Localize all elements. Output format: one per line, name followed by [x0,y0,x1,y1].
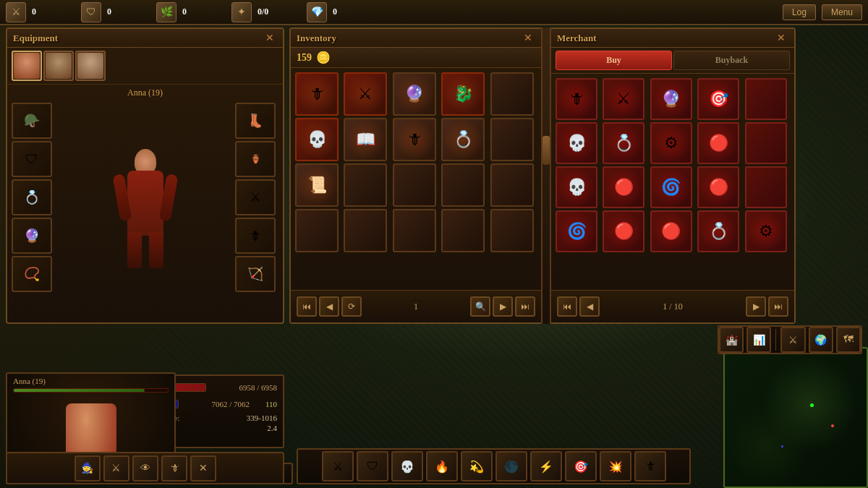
inv-slot-0[interactable]: 🗡 [295,72,339,116]
skill-slot-7[interactable]: 🎯 [565,451,597,481]
merch-slot-17[interactable]: 🔴 [650,210,692,252]
merch-slot-6[interactable]: 💍 [603,122,644,164]
merch-slot-15[interactable]: 🌀 [556,210,597,252]
inv-slot-1[interactable]: ⚔ [344,72,387,116]
merchant-title: Merchant [557,33,597,44]
action-close-btn[interactable]: ✕ [190,455,216,481]
merch-slot-2[interactable]: 🔮 [650,78,692,120]
skill-slot-9[interactable]: 🗡 [634,451,666,481]
action-mage-btn[interactable]: 🧙 [75,455,101,481]
merch-slot-11[interactable]: 🔴 [603,166,644,208]
leaf-icon: 🌿 [156,2,176,22]
log-button[interactable]: Log [783,4,816,20]
merch-slot-19[interactable]: ⚙ [745,210,787,252]
head-slot[interactable]: 🪖 [12,103,52,139]
cloak-slot[interactable]: 🏺 [235,141,276,177]
inv-slot-15[interactable] [295,209,339,252]
inventory-close-button[interactable]: ✕ [521,32,535,44]
merch-slot-9[interactable] [745,122,787,164]
inv-slot-13[interactable] [441,163,485,207]
inv-prev-button[interactable]: ◀ [319,296,339,317]
merch-slot-16[interactable]: 🔴 [603,210,644,252]
world-icon-btn[interactable]: 🌍 [809,327,833,353]
inv-slot-12[interactable] [393,163,436,207]
skill-slot-4[interactable]: 💫 [461,451,493,481]
skill-slot-3[interactable]: 🔥 [426,451,458,481]
skill-slot-1[interactable]: 🛡 [357,451,388,481]
inv-next-button[interactable]: ▶ [493,296,513,317]
merch-slot-14[interactable] [745,166,787,208]
inventory-title: Inventory [297,33,336,44]
action-eye-btn[interactable]: 👁 [132,455,158,481]
resource-5-value: 0 [333,7,337,17]
inv-slot-9[interactable] [490,118,534,161]
inv-slot-2[interactable]: 🔮 [393,72,436,116]
inv-slot-4[interactable] [490,72,534,116]
inv-slot-7[interactable]: 🗡 [393,118,436,161]
gold-icon: 🪙 [316,51,331,64]
merch-slot-0[interactable]: 🗡 [556,78,597,120]
inv-slot-5[interactable]: 💀 [295,118,339,161]
ranged-slot[interactable]: 🏹 [235,256,276,292]
merch-slot-5[interactable]: 💀 [556,122,597,164]
merch-slot-8[interactable]: 🔴 [697,122,739,164]
menu-button[interactable]: Menu [822,4,862,20]
inv-slot-18[interactable] [441,209,485,252]
inv-slot-6[interactable]: 📖 [344,118,387,161]
buyback-tab[interactable]: Buyback [673,51,790,70]
buy-tab[interactable]: Buy [556,51,672,70]
map-icon-btn[interactable]: 🗺 [836,327,861,353]
scroll-handle[interactable] [542,136,550,165]
boots-slot[interactable]: 👢 [235,103,276,139]
merch-last-button[interactable]: ⏭ [768,296,788,317]
weapon-off-slot[interactable]: 🗡 [235,218,276,254]
inv-slot-19[interactable] [490,209,534,252]
skill-slot-6[interactable]: ⚡ [530,451,562,481]
merch-next-button[interactable]: ▶ [746,296,766,317]
inv-search-button[interactable]: 🔍 [470,296,490,317]
minimap[interactable] [723,347,868,488]
inv-nav-right: 🔍 ▶ ⏭ [470,296,535,317]
merch-first-button[interactable]: ⏮ [557,296,577,317]
merch-slot-13[interactable]: 🔴 [697,166,739,208]
merch-slot-7[interactable]: ⚙ [650,122,692,164]
equipment-close-button[interactable]: ✕ [263,32,277,44]
inv-slot-11[interactable] [344,163,387,207]
merch-slot-12[interactable]: 🌀 [650,166,692,208]
inv-last-button[interactable]: ⏭ [515,296,535,317]
inv-slot-10[interactable]: 📜 [295,163,339,207]
char-tab-2[interactable] [43,51,74,81]
merch-slot-4[interactable] [745,78,787,120]
merchant-close-button[interactable]: ✕ [774,32,788,44]
char-tab-3[interactable] [75,51,106,81]
inv-first-button[interactable]: ⏮ [297,296,317,317]
merch-slot-3[interactable]: 🎯 [697,78,739,120]
weapon-main-slot[interactable]: ⚔ [235,179,276,215]
merch-slot-18[interactable]: 💍 [697,210,739,252]
merch-slot-1[interactable]: ⚔ [603,78,644,120]
combat-icon-btn[interactable]: ⚔ [780,327,805,353]
inv-sort-button[interactable]: ⟳ [341,296,362,317]
char-tab-1[interactable] [12,51,42,81]
action-dagger-btn[interactable]: 🗡 [161,455,187,481]
action-sword-btn[interactable]: ⚔ [103,455,129,481]
inv-slot-17[interactable] [393,209,436,252]
inv-slot-8[interactable]: 💍 [441,118,485,161]
inv-slot-3[interactable]: 🐉 [441,72,485,116]
skill-slot-8[interactable]: 💥 [600,451,631,481]
chart-icon-btn[interactable]: 📊 [746,327,771,353]
character-model-area [58,103,232,292]
skill-slot-5[interactable]: 🌑 [495,451,527,481]
ring1-slot[interactable]: 💍 [12,179,52,215]
merch-prev-button[interactable]: ◀ [579,296,600,317]
inv-slot-16[interactable] [344,209,387,252]
inv-slot-14[interactable] [490,163,534,207]
merch-slot-10[interactable]: 💀 [556,166,597,208]
resource-1-stat: 0 [32,7,75,17]
shield-slot[interactable]: 🛡 [12,141,52,177]
ring2-slot[interactable]: 🔮 [12,218,52,254]
tower-icon-btn[interactable]: 🏰 [719,327,744,353]
amulet-slot[interactable]: 📿 [12,256,52,292]
skill-slot-2[interactable]: 💀 [391,451,423,481]
skill-slot-0[interactable]: ⚔ [322,451,354,481]
